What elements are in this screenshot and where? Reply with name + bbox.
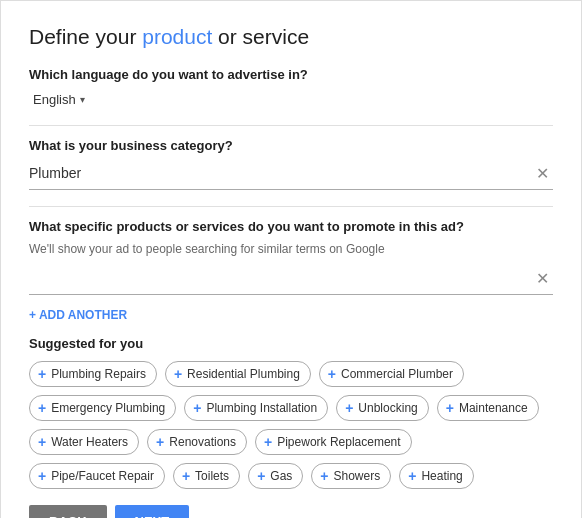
divider-2 bbox=[29, 206, 553, 207]
chip-label: Emergency Plumbing bbox=[51, 401, 165, 415]
chip-plus-icon: + bbox=[156, 435, 164, 449]
chip-item[interactable]: +Maintenance bbox=[437, 395, 539, 421]
language-value: English bbox=[33, 92, 76, 107]
chips-container: +Plumbing Repairs+Residential Plumbing+C… bbox=[29, 361, 553, 489]
chip-plus-icon: + bbox=[264, 435, 272, 449]
category-input[interactable] bbox=[29, 161, 532, 185]
chip-label: Renovations bbox=[169, 435, 236, 449]
chip-label: Plumbing Repairs bbox=[51, 367, 146, 381]
chip-item[interactable]: +Gas bbox=[248, 463, 303, 489]
chip-item[interactable]: +Renovations bbox=[147, 429, 247, 455]
chip-item[interactable]: +Unblocking bbox=[336, 395, 429, 421]
products-sublabel: We'll show your ad to people searching f… bbox=[29, 242, 553, 256]
chip-plus-icon: + bbox=[182, 469, 190, 483]
chip-plus-icon: + bbox=[38, 469, 46, 483]
chip-label: Showers bbox=[334, 469, 381, 483]
chip-label: Heating bbox=[421, 469, 462, 483]
category-section: What is your business category? ✕ bbox=[29, 138, 553, 190]
language-dropdown[interactable]: English ▾ bbox=[29, 90, 89, 109]
category-label: What is your business category? bbox=[29, 138, 553, 153]
chip-item[interactable]: +Pipe/Faucet Repair bbox=[29, 463, 165, 489]
chip-item[interactable]: +Showers bbox=[311, 463, 391, 489]
chip-label: Pipework Replacement bbox=[277, 435, 400, 449]
chip-item[interactable]: +Commercial Plumber bbox=[319, 361, 464, 387]
chip-plus-icon: + bbox=[345, 401, 353, 415]
category-clear-icon[interactable]: ✕ bbox=[532, 162, 553, 185]
products-input-wrapper: ✕ bbox=[29, 266, 553, 295]
chip-label: Toilets bbox=[195, 469, 229, 483]
chip-label: Water Heaters bbox=[51, 435, 128, 449]
chip-item[interactable]: +Pipework Replacement bbox=[255, 429, 412, 455]
chip-label: Commercial Plumber bbox=[341, 367, 453, 381]
chip-label: Gas bbox=[270, 469, 292, 483]
chip-plus-icon: + bbox=[328, 367, 336, 381]
divider-1 bbox=[29, 125, 553, 126]
chip-item[interactable]: +Plumbing Installation bbox=[184, 395, 328, 421]
chip-plus-icon: + bbox=[38, 367, 46, 381]
chip-plus-icon: + bbox=[193, 401, 201, 415]
chip-plus-icon: + bbox=[174, 367, 182, 381]
chip-item[interactable]: +Toilets bbox=[173, 463, 240, 489]
chip-plus-icon: + bbox=[38, 401, 46, 415]
products-clear-icon[interactable]: ✕ bbox=[532, 267, 553, 290]
add-another-link[interactable]: + ADD ANOTHER bbox=[29, 308, 127, 322]
chip-plus-icon: + bbox=[408, 469, 416, 483]
back-button[interactable]: BACK bbox=[29, 505, 107, 518]
next-button[interactable]: NEXT bbox=[115, 505, 190, 518]
define-product-card: Define your product or service Which lan… bbox=[0, 0, 582, 518]
chip-label: Plumbing Installation bbox=[206, 401, 317, 415]
chip-plus-icon: + bbox=[38, 435, 46, 449]
chip-item[interactable]: +Emergency Plumbing bbox=[29, 395, 176, 421]
dropdown-caret-icon: ▾ bbox=[80, 94, 85, 105]
chip-label: Unblocking bbox=[358, 401, 417, 415]
chip-item[interactable]: +Plumbing Repairs bbox=[29, 361, 157, 387]
chip-label: Pipe/Faucet Repair bbox=[51, 469, 154, 483]
footer-buttons: BACK NEXT bbox=[29, 505, 553, 518]
chip-plus-icon: + bbox=[257, 469, 265, 483]
chip-label: Residential Plumbing bbox=[187, 367, 300, 381]
chip-item[interactable]: +Water Heaters bbox=[29, 429, 139, 455]
products-input[interactable] bbox=[29, 266, 532, 290]
category-input-wrapper: ✕ bbox=[29, 161, 553, 190]
chip-label: Maintenance bbox=[459, 401, 528, 415]
products-label: What specific products or services do yo… bbox=[29, 219, 553, 234]
chip-plus-icon: + bbox=[446, 401, 454, 415]
chip-plus-icon: + bbox=[320, 469, 328, 483]
suggested-label: Suggested for you bbox=[29, 336, 553, 351]
products-section: What specific products or services do yo… bbox=[29, 219, 553, 295]
language-section: Which language do you want to advertise … bbox=[29, 67, 553, 109]
page-title: Define your product or service bbox=[29, 25, 553, 49]
chip-item[interactable]: +Residential Plumbing bbox=[165, 361, 311, 387]
language-label: Which language do you want to advertise … bbox=[29, 67, 553, 82]
chip-item[interactable]: +Heating bbox=[399, 463, 474, 489]
